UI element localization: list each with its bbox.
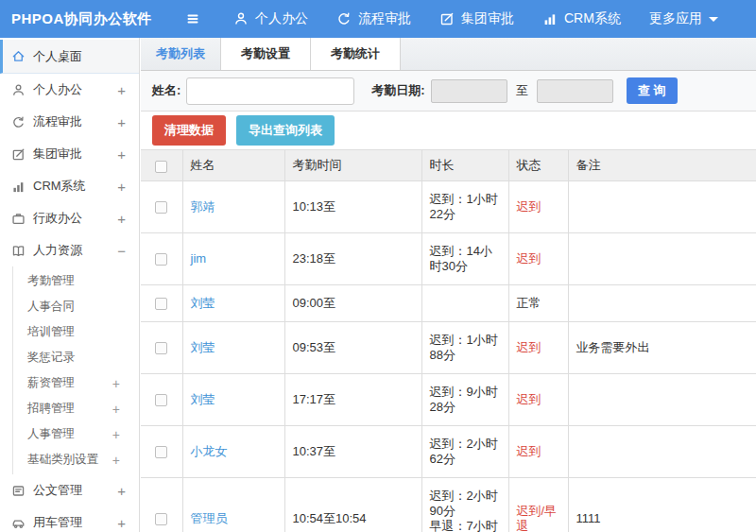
topnav-crm[interactable]: CRM系统: [542, 10, 621, 27]
row-checkbox[interactable]: [155, 394, 167, 406]
attendance-time: 23:18至: [284, 233, 421, 285]
sidebar-subitem-reward-punishment[interactable]: 奖惩记录: [13, 345, 139, 370]
table-row: 刘莹 09:53至 迟到：1小时88分 迟到 业务需要外出: [141, 322, 756, 374]
date-to-input[interactable]: [537, 79, 613, 103]
duration-cell: 迟到：1小时22分: [421, 181, 508, 233]
employee-name-link[interactable]: 刘莹: [191, 296, 215, 310]
sidebar-item-personal-office[interactable]: 个人办公 +: [0, 74, 139, 106]
name-filter-label: 姓名:: [152, 82, 180, 99]
topnav-more-apps[interactable]: 更多应用: [649, 10, 718, 27]
user-icon: [233, 11, 249, 26]
select-all-checkbox[interactable]: [155, 161, 167, 173]
date-from-input[interactable]: [431, 79, 507, 103]
hr-submenu: 考勤管理 人事合同 培训管理 奖惩记录 薪资管理 + 招聘管理 +: [12, 266, 139, 474]
remark-text: 业务需要外出: [568, 322, 756, 374]
user-icon: [11, 83, 26, 97]
attendance-time: 10:37至: [284, 426, 421, 478]
duration-cell: 迟到：9小时28分: [421, 374, 508, 426]
doc-icon: [11, 484, 26, 498]
topnav-label: 流程审批: [358, 10, 411, 27]
query-button[interactable]: 查 询: [627, 77, 678, 104]
sidebar-item-admin-office[interactable]: 行政办公 +: [0, 202, 139, 234]
hamburger-icon[interactable]: [182, 9, 203, 29]
caret-down-icon: [709, 17, 718, 22]
clear-data-button[interactable]: 清理数据: [152, 115, 226, 146]
sidebar-subitem-hr-contract[interactable]: 人事合同: [13, 294, 139, 319]
duration-line: 迟到：9小时28分: [430, 385, 501, 415]
tab-attendance-settings[interactable]: 考勤设置: [220, 38, 311, 70]
app-title: PHPOA协同办公软件: [0, 10, 182, 28]
remark-text: [568, 285, 756, 322]
top-nav: 个人办公 流程审批 集团审批 CRM系统 更多应用: [233, 10, 747, 27]
topnav-group-approval[interactable]: 集团审批: [439, 10, 514, 27]
attendance-time: 09:53至: [284, 322, 421, 374]
remark-text: 1111: [568, 478, 756, 532]
tab-attendance-stats[interactable]: 考勤统计: [310, 38, 401, 70]
sidebar-item-personal-desktop[interactable]: 个人桌面: [0, 40, 139, 74]
status-text: 迟到: [517, 392, 541, 406]
header-duration: 时长: [421, 150, 508, 181]
attendance-time: 09:00至: [284, 285, 421, 322]
topnav-label: 个人办公: [255, 10, 308, 27]
sidebar-subitem-training-mgmt[interactable]: 培训管理: [13, 319, 139, 345]
top-bar: PHPOA协同办公软件 个人办公 流程审批 集团审批: [0, 0, 756, 38]
duration-line: 迟到：1小时22分: [430, 192, 501, 222]
duration-cell: 迟到：2小时90分早退：7小时10分: [421, 478, 508, 532]
book-icon: [11, 244, 26, 258]
status-text: 迟到: [517, 251, 541, 266]
name-filter-input[interactable]: [186, 77, 354, 105]
tab-attendance-list[interactable]: 考勤列表: [141, 38, 221, 70]
duration-cell: 迟到：2小时62分: [421, 426, 508, 478]
edit-icon: [11, 147, 26, 162]
header-time: 考勤时间: [284, 150, 421, 181]
duration-line: 迟到：2小时62分: [430, 437, 501, 467]
sidebar-item-human-resources[interactable]: 人力资源 −: [0, 234, 139, 266]
row-checkbox[interactable]: [155, 253, 167, 266]
employee-name-link[interactable]: 小龙女: [191, 444, 228, 458]
app-window: PHPOA协同办公软件 个人办公 流程审批 集团审批: [0, 0, 756, 532]
sidebar-subitem-personnel-mgmt[interactable]: 人事管理 +: [13, 421, 139, 447]
status-text: 迟到: [517, 199, 541, 214]
table-row: jim 23:18至 迟到：14小时30分 迟到: [141, 233, 756, 285]
sidebar-subitem-base-category-settings[interactable]: 基础类别设置 +: [13, 447, 139, 472]
sidebar-subitem-recruit-mgmt[interactable]: 招聘管理 +: [13, 396, 139, 421]
employee-name-link[interactable]: 郭靖: [191, 199, 215, 214]
sidebar-subitem-salary-mgmt[interactable]: 薪资管理 +: [13, 370, 139, 396]
row-checkbox[interactable]: [155, 298, 167, 310]
table-row: 小龙女 10:37至 迟到：2小时62分 迟到: [141, 426, 756, 478]
status-text: 迟到: [517, 340, 541, 354]
topnav-label: CRM系统: [564, 10, 621, 27]
status-text: 正常: [517, 296, 541, 310]
remark-text: [568, 181, 756, 233]
topnav-workflow-approval[interactable]: 流程审批: [336, 10, 411, 27]
duration-line: 迟到：14小时30分: [430, 244, 501, 274]
duration-cell: 迟到：14小时30分: [421, 233, 508, 285]
employee-name-link[interactable]: 管理员: [191, 511, 228, 525]
sidebar-subitem-attendance-mgmt[interactable]: 考勤管理: [13, 268, 139, 294]
employee-name-link[interactable]: 刘莹: [191, 340, 215, 354]
table-header-row: 姓名 考勤时间 时长 状态 备注: [141, 150, 756, 181]
topnav-label: 更多应用: [649, 10, 702, 27]
header-remark: 备注: [568, 150, 756, 181]
attendance-time: 17:17至: [284, 374, 421, 426]
export-list-button[interactable]: 导出查询列表: [236, 115, 335, 146]
duration-line: 早退：7小时10分: [430, 519, 501, 532]
main-content: 考勤列表 考勤设置 考勤统计 姓名: 考勤日期: 至 查 询 清理数据 导出查询…: [141, 38, 756, 532]
table-row: 刘莹 17:17至 迟到：9小时28分 迟到: [141, 374, 756, 426]
attendance-table: 姓名 考勤时间 时长 状态 备注 郭靖 10:13至 迟到：1小时22分 迟到: [141, 149, 756, 532]
row-checkbox[interactable]: [155, 513, 167, 525]
date-range-separator: 至: [516, 82, 528, 99]
row-checkbox[interactable]: [155, 342, 167, 354]
topnav-personal-office[interactable]: 个人办公: [233, 10, 308, 27]
employee-name-link[interactable]: jim: [191, 251, 207, 266]
sidebar-item-group-approval[interactable]: 集团审批 +: [0, 138, 139, 170]
row-checkbox[interactable]: [155, 446, 167, 458]
sidebar-item-workflow-approval[interactable]: 流程审批 +: [0, 106, 139, 138]
sidebar-item-crm[interactable]: CRM系统 +: [0, 170, 139, 202]
row-checkbox[interactable]: [155, 201, 167, 214]
header-name: 姓名: [182, 150, 284, 181]
sidebar-item-vehicle-mgmt[interactable]: 用车管理 +: [0, 506, 139, 532]
employee-name-link[interactable]: 刘莹: [191, 392, 215, 406]
sidebar-item-document-mgmt[interactable]: 公文管理 +: [0, 474, 139, 506]
edit-icon: [439, 11, 455, 26]
